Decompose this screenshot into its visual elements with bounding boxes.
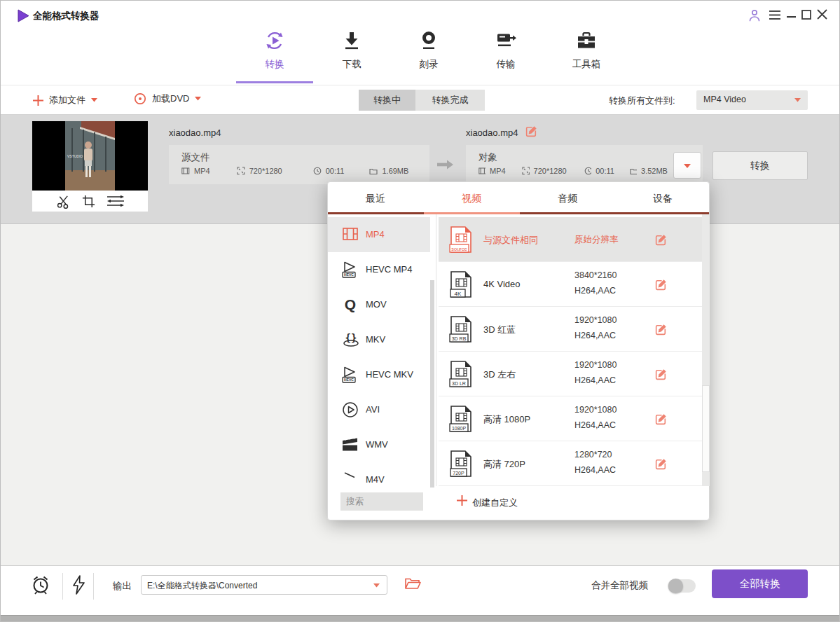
window-bottom-edge: [1, 615, 839, 622]
preset-4k[interactable]: 4K 4K Video 3840*2160 H264,AAC: [439, 262, 702, 307]
load-dvd-button[interactable]: 加载DVD: [134, 92, 201, 105]
target-format-dropdown-button[interactable]: [673, 152, 701, 179]
arrow-right-icon: [436, 158, 455, 171]
trim-icon[interactable]: [56, 194, 71, 209]
tab-convert-label: 转换: [236, 58, 313, 71]
dvd-icon: [134, 92, 146, 105]
app-title: 全能格式转换器: [33, 10, 99, 22]
format-item-mkv[interactable]: {} MKV: [328, 322, 430, 357]
popup-tab-video[interactable]: 视频: [424, 182, 519, 212]
rename-icon[interactable]: [525, 125, 538, 138]
source-duration: 00:11: [326, 167, 345, 175]
preset-same-as-source[interactable]: source 与源文件相同 原始分辨率: [439, 217, 702, 262]
menu-icon[interactable]: [769, 11, 781, 20]
preset-hd-1080p[interactable]: 1080P 高清 1080P 1920*1080 H264,AAC: [439, 396, 702, 441]
svg-text:Q: Q: [345, 296, 356, 312]
tab-convert[interactable]: 转换: [236, 30, 313, 71]
footer-divider: [93, 573, 94, 600]
format-list-scrollbar[interactable]: [430, 280, 434, 488]
target-panel-title: 对象: [478, 151, 497, 164]
size-icon: [369, 167, 378, 175]
tab-toolbox[interactable]: 工具箱: [544, 30, 628, 71]
preset-3d-leftright[interactable]: 3D LR 3D 左右 1920*1080 H264,AAC: [439, 352, 702, 396]
transfer-icon: [495, 30, 517, 51]
tab-download[interactable]: 下载: [313, 30, 390, 71]
output-label: 输出: [113, 580, 132, 593]
edit-preset-icon[interactable]: [654, 368, 668, 381]
highspeed-icon[interactable]: [71, 575, 86, 595]
create-custom-label[interactable]: 创建自定义: [472, 497, 518, 509]
edit-preset-icon[interactable]: [654, 233, 668, 247]
add-files-button[interactable]: 添加文件: [33, 94, 97, 106]
svg-text:720P: 720P: [453, 471, 464, 476]
format-item-hevc-mkv[interactable]: HEVC HEVC MKV: [328, 357, 430, 392]
source-panel-title: 源文件: [181, 151, 210, 164]
4k-file-icon: 4K: [448, 270, 474, 298]
account-icon[interactable]: [748, 8, 762, 22]
target-panel: 对象 MP4 720*1280 00:11 3.52MB: [466, 145, 703, 184]
chevron-down-icon: [794, 98, 801, 102]
preset-3d-redblue[interactable]: 3D RB 3D 红蓝 1920*1080 H264,AAC: [439, 307, 702, 352]
svg-text:{}: {}: [345, 332, 357, 343]
hevc-icon: HEVC: [342, 261, 362, 278]
download-icon: [341, 30, 362, 51]
plus-icon: [33, 95, 43, 106]
1080p-file-icon: 1080P: [448, 405, 474, 433]
output-path-dropdown[interactable]: E:\全能格式转换器\Converted: [141, 575, 387, 595]
convert-icon: [264, 30, 285, 51]
chevron-down-icon: [684, 164, 691, 169]
edit-preset-icon[interactable]: [654, 323, 668, 336]
search-input[interactable]: [340, 492, 423, 511]
popup-tab-device[interactable]: 设备: [615, 182, 710, 212]
schedule-icon[interactable]: [31, 574, 50, 595]
edit-preset-icon[interactable]: [654, 413, 668, 426]
convert-all-button[interactable]: 全部转换: [712, 569, 808, 598]
mp4-icon: [342, 226, 359, 242]
maximize-icon[interactable]: [801, 10, 811, 20]
tab-download-label: 下载: [313, 58, 390, 71]
tab-converting[interactable]: 转换中: [359, 90, 415, 111]
target-size: 3.52MB: [641, 167, 668, 175]
effects-icon[interactable]: [106, 195, 125, 207]
format-item-mp4[interactable]: MP4: [328, 217, 430, 252]
format-item-avi[interactable]: AVI: [328, 392, 430, 427]
popup-tab-audio[interactable]: 音频: [520, 182, 615, 212]
tab-transfer[interactable]: 传输: [467, 30, 544, 71]
preset-hd-720p[interactable]: 720P 高清 720P 1280*720 H264,AAC: [439, 441, 702, 486]
popup-tab-recent[interactable]: 最近: [328, 182, 423, 212]
header-divider: [1, 85, 839, 85]
target-duration: 00:11: [595, 167, 614, 175]
wmv-icon: [342, 436, 359, 452]
footer-divider: [62, 573, 63, 600]
edit-preset-icon[interactable]: [654, 278, 668, 291]
format-item-hevc-mp4[interactable]: HEVC HEVC MP4: [328, 252, 430, 287]
active-tab-underline: [236, 81, 313, 83]
merge-videos-label: 合并全部视频: [591, 579, 648, 592]
edit-preset-icon[interactable]: [654, 457, 668, 471]
output-format-dropdown[interactable]: MP4 Video: [696, 90, 808, 110]
create-custom-button[interactable]: [457, 495, 467, 509]
preset-scrollbar-thumb[interactable]: [702, 385, 710, 472]
tab-finished[interactable]: 转换完成: [415, 90, 485, 111]
svg-text:source: source: [451, 246, 467, 252]
format-item-mov[interactable]: Q MOV: [328, 287, 430, 322]
format-item-wmv[interactable]: WMV: [328, 427, 430, 462]
convert-button[interactable]: 转换: [712, 151, 808, 180]
source-panel: 源文件 MP4 720*1280 00:11 1.69MB: [169, 145, 429, 184]
duration-icon: [584, 167, 591, 175]
close-icon[interactable]: [817, 9, 827, 20]
output-format-value: MP4 Video: [703, 95, 746, 104]
app-logo-icon: [18, 9, 30, 22]
merge-videos-toggle[interactable]: [668, 579, 696, 593]
crop-icon[interactable]: [82, 195, 95, 208]
tab-burn[interactable]: 刻录: [390, 30, 467, 71]
add-files-label: 添加文件: [49, 94, 85, 106]
minimize-icon[interactable]: [787, 16, 796, 19]
format-picker-popup: 最近 视频 音频 设备 MP4 HEVC HEVC MP4: [327, 181, 710, 520]
open-folder-icon[interactable]: [404, 577, 421, 590]
avi-icon: [342, 401, 359, 418]
svg-text:HEVC: HEVC: [344, 272, 354, 277]
svg-text:3D LR: 3D LR: [452, 381, 466, 386]
format-item-m4v[interactable]: M4V: [328, 462, 430, 486]
plus-icon: [457, 495, 467, 506]
